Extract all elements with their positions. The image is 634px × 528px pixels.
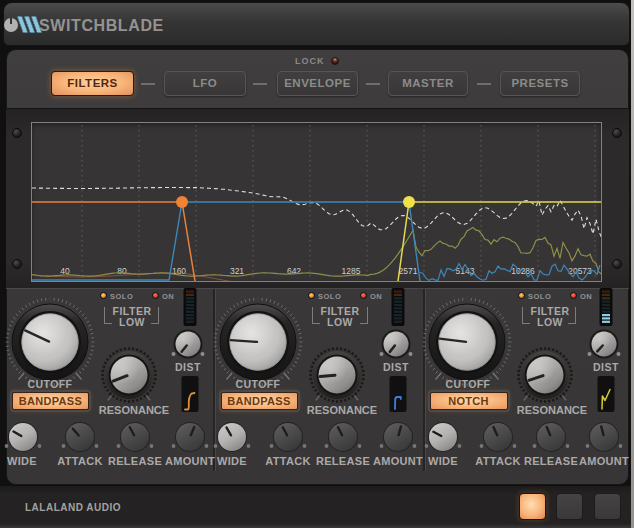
- svg-text:80: 80: [117, 266, 127, 276]
- svg-text:321: 321: [230, 266, 244, 276]
- svg-text:2571: 2571: [399, 266, 418, 276]
- svg-text:20573: 20573: [568, 266, 592, 276]
